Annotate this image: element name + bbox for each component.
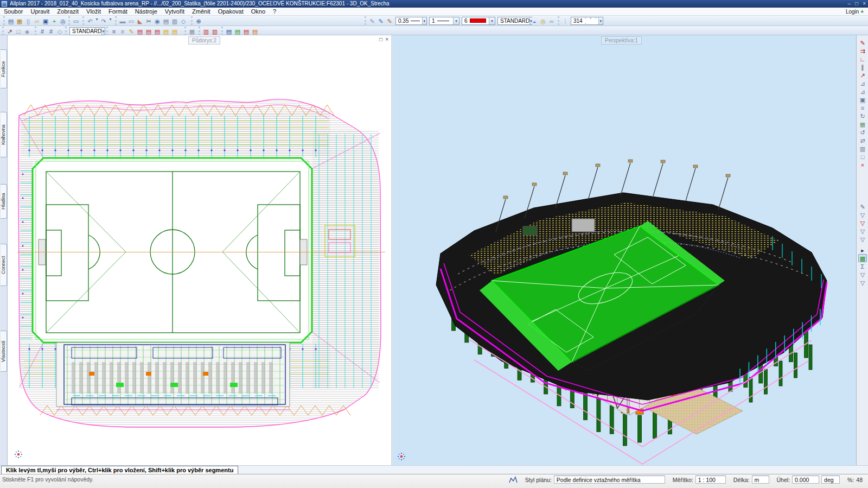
angle-unit[interactable]: deg bbox=[821, 476, 840, 484]
layer-combo[interactable]: STANDARD ▾ bbox=[497, 17, 532, 25]
layer-fixed-icon[interactable]: ▤ bbox=[162, 27, 170, 35]
menu-item[interactable]: Změnit bbox=[188, 8, 214, 16]
delete-icon[interactable]: × bbox=[858, 161, 867, 169]
document-edit-icon[interactable]: ▤ bbox=[251, 27, 259, 35]
sidebar-tab[interactable]: Funkce bbox=[1, 49, 7, 88]
menu-item[interactable]: Vytvořit bbox=[161, 8, 188, 16]
grid-icon[interactable]: # bbox=[38, 27, 47, 35]
mirror-icon[interactable]: ⊿ bbox=[858, 79, 867, 87]
minimize-button[interactable]: – bbox=[848, 0, 851, 8]
layer-modify-icon[interactable]: ▤ bbox=[144, 27, 153, 35]
viewport-perspective[interactable]: Perspektíva:1 bbox=[393, 35, 856, 465]
new-file-icon[interactable]: ▯ bbox=[24, 17, 33, 25]
viewport-plan[interactable]: Půdorys:2 □ × bbox=[8, 35, 392, 465]
document-link-icon[interactable]: ▤ bbox=[225, 27, 233, 35]
layer-free-icon[interactable]: ▤ bbox=[153, 27, 162, 35]
visibility-icon[interactable]: ◉ bbox=[153, 17, 162, 25]
print-icon[interactable]: ▤ bbox=[162, 17, 170, 25]
dropdown-caret-icon[interactable]: ▾ bbox=[94, 17, 99, 25]
plan-style-value[interactable]: Podle definice vztažného měřítka bbox=[554, 476, 665, 484]
pen-edit-icon[interactable]: ✎ bbox=[376, 17, 385, 25]
modify-points-icon[interactable]: ↗ bbox=[5, 27, 14, 35]
viewport-plan-label[interactable]: Půdorys:2 bbox=[188, 36, 220, 45]
mirror-copy-icon[interactable]: ⊿ bbox=[858, 87, 867, 96]
dimension-icon[interactable]: ▭ bbox=[127, 17, 136, 25]
perspective-compass-icon[interactable] bbox=[397, 452, 406, 461]
zoom-icon[interactable]: ⊕ bbox=[194, 17, 203, 25]
save-icon[interactable]: ▣ bbox=[41, 17, 50, 25]
snap-icon[interactable]: ◇ bbox=[55, 27, 64, 35]
filter-custom-icon[interactable]: ▽ bbox=[858, 235, 867, 243]
measure-icon[interactable]: ▬ bbox=[118, 17, 127, 25]
wizard-icon[interactable]: ◒ bbox=[530, 17, 539, 25]
report-icon[interactable]: ▥ bbox=[202, 27, 210, 35]
layer-set-top-icon[interactable]: ▤ bbox=[136, 27, 144, 35]
open-file-icon[interactable]: ▱ bbox=[33, 17, 41, 25]
pen-color-icon[interactable]: ✎ bbox=[368, 17, 376, 25]
cut-icon[interactable]: ✂ bbox=[144, 17, 153, 25]
viewport-close-icon[interactable]: × bbox=[385, 36, 388, 42]
sidebar-tab[interactable]: Vlastnosti bbox=[1, 331, 7, 372]
filter-layer-icon[interactable]: ▽ bbox=[858, 227, 867, 235]
plan-compass-icon[interactable] bbox=[14, 450, 23, 459]
filter-b-icon[interactable]: ▽ bbox=[858, 278, 867, 287]
undo-icon[interactable]: ↶ bbox=[86, 17, 94, 25]
open-project-icon[interactable]: ▤ bbox=[7, 17, 15, 25]
layer-select-icon[interactable]: ≡ bbox=[110, 27, 118, 35]
segment-chain-icon[interactable]: ⋮ bbox=[561, 17, 570, 25]
sweep-icon[interactable]: ↺ bbox=[858, 128, 867, 136]
pen-width-combo[interactable]: 0.35 ▾ bbox=[395, 17, 427, 25]
filter-pen-icon[interactable]: ▽ bbox=[858, 219, 867, 227]
length-value[interactable]: m bbox=[752, 476, 769, 484]
layer-locked-icon[interactable]: ▤ bbox=[170, 27, 179, 35]
close-button[interactable]: × bbox=[863, 0, 866, 8]
fillet-icon[interactable]: ∟ bbox=[858, 55, 867, 63]
line-color-combo[interactable]: 6 ▾ bbox=[462, 17, 495, 25]
raster-icon[interactable]: # bbox=[47, 27, 55, 35]
calculator-icon[interactable]: ▦ bbox=[188, 27, 196, 35]
viewport-perspective-label[interactable]: Perspektíva:1 bbox=[601, 36, 642, 45]
scale-icon[interactable]: □ bbox=[858, 153, 867, 161]
match-element-icon[interactable]: ▩ bbox=[858, 254, 867, 262]
3d-box-icon[interactable]: ◇ bbox=[179, 17, 188, 25]
chevron-down-icon[interactable]: ▾ bbox=[453, 17, 459, 24]
project-pilot-icon[interactable]: ▦ bbox=[15, 17, 24, 25]
sidebar-tab[interactable]: Knihovna bbox=[1, 112, 7, 157]
menu-item[interactable]: Soubor bbox=[0, 8, 27, 16]
measure-line-icon[interactable]: ∥ bbox=[858, 63, 867, 71]
menu-item[interactable]: Opakovat bbox=[214, 8, 247, 16]
viewport-maximize-icon[interactable]: □ bbox=[379, 36, 382, 42]
angle-value[interactable]: 0.000 bbox=[792, 476, 819, 484]
chevron-down-icon[interactable]: ▾ bbox=[598, 17, 603, 24]
redo-icon[interactable]: ↷ bbox=[99, 17, 108, 25]
filter-region-icon[interactable]: ◈ bbox=[23, 27, 31, 35]
layer-pen-icon[interactable]: ✎ bbox=[127, 27, 136, 35]
eyedropper-icon[interactable]: ✎ bbox=[858, 202, 867, 211]
move-icon[interactable]: ⇄ bbox=[858, 136, 867, 144]
duplicate-icon[interactable]: ▥ bbox=[858, 144, 867, 153]
login-area[interactable]: Login + bbox=[846, 8, 864, 16]
export-icon[interactable]: ▥ bbox=[170, 17, 179, 25]
chevron-down-icon[interactable]: ▾ bbox=[422, 17, 426, 24]
chamfer-icon[interactable]: ↗ bbox=[858, 71, 867, 79]
rotate-icon[interactable]: ↻ bbox=[858, 112, 867, 120]
menu-item[interactable]: Okno bbox=[247, 8, 269, 16]
analysis-icon[interactable]: ▥ bbox=[210, 27, 219, 35]
chevron-down-icon[interactable]: ▾ bbox=[489, 17, 495, 24]
assistant-icon[interactable]: + bbox=[50, 17, 59, 25]
scale-value[interactable]: 1 : 100 bbox=[695, 476, 726, 484]
copy-icon[interactable]: ▣ bbox=[858, 96, 867, 104]
menu-item[interactable]: ? bbox=[269, 8, 280, 16]
document-delete-icon[interactable]: ▤ bbox=[242, 27, 251, 35]
edit-icon[interactable]: ✎ bbox=[858, 39, 867, 47]
align-icon[interactable]: ≡ bbox=[858, 104, 867, 112]
find-icon[interactable]: ◎ bbox=[59, 17, 67, 25]
document-refresh-icon[interactable]: ▤ bbox=[233, 27, 242, 35]
link-icon[interactable]: ∞ bbox=[547, 17, 556, 25]
protractor-icon[interactable]: ◣ bbox=[136, 17, 144, 25]
menu-item[interactable]: Nástroje bbox=[131, 8, 161, 16]
sidebar-tab[interactable]: Hladina bbox=[1, 184, 7, 219]
menu-item[interactable]: Zobrazit bbox=[53, 8, 82, 16]
sidebar-tab[interactable]: Connect bbox=[1, 244, 7, 286]
select-arrow-icon[interactable]: ▸ bbox=[858, 246, 867, 254]
